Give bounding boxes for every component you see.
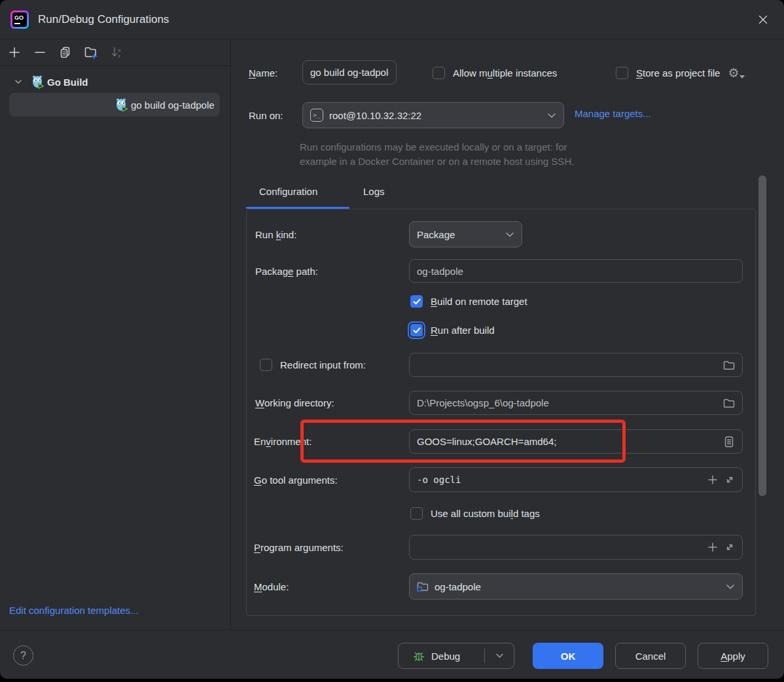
sort-alphabetically-icon[interactable]: a z [109, 45, 124, 60]
tree-item-go-build-og-tadpole[interactable]: go build og-tadpole [9, 93, 220, 117]
checkbox-box[interactable] [410, 295, 423, 308]
active-tab-underline [246, 207, 349, 209]
copy-configuration-icon[interactable] [58, 45, 73, 60]
debug-button-label: Debug [431, 651, 460, 662]
goland-logo-inner: GO [12, 12, 27, 27]
use-all-custom-build-tags-checkbox[interactable]: Use all custom build tags [410, 507, 540, 520]
run-debug-configurations-dialog: GO Run/Debug Configurations [0, 0, 784, 679]
folder-browse-icon[interactable] [723, 360, 735, 370]
checkbox-label: Build on remote target [431, 296, 527, 307]
run-kind-combobox[interactable]: Package [409, 221, 522, 247]
go-tool-arguments-value: -o ogcli [417, 475, 701, 485]
run-after-build-checkbox[interactable]: Run after build [410, 324, 495, 336]
debug-button-divider [484, 649, 485, 663]
chevron-down-icon[interactable] [495, 653, 504, 658]
module-icon [417, 581, 429, 592]
checkbox-box[interactable] [260, 359, 272, 371]
package-path-row: Package path: [255, 259, 318, 283]
checkbox-box[interactable] [433, 67, 445, 79]
folder-browse-icon[interactable] [723, 398, 735, 408]
new-folder-icon[interactable] [83, 45, 99, 60]
hint-line-2: example in a Docker Container or on a re… [300, 154, 574, 169]
go-tool-arguments-label: Go tool arguments: [254, 475, 338, 486]
working-directory-row: Working directory: [255, 391, 334, 415]
go-tool-arguments-field[interactable]: -o ogcli [409, 467, 743, 492]
chevron-down-icon[interactable] [14, 79, 22, 84]
help-button[interactable]: ? [13, 645, 33, 666]
remove-configuration-icon[interactable] [32, 45, 48, 60]
program-arguments-field[interactable] [409, 535, 743, 560]
checkbox-label: Use all custom build tags [431, 508, 540, 519]
working-directory-value: D:\Projects\ogsp_6\og-tadpole [417, 397, 717, 408]
program-arguments-label: Program arguments: [254, 542, 344, 553]
run-on-row: Run on: [249, 102, 283, 128]
tab-configuration[interactable]: Configuration [259, 186, 317, 197]
checkbox-label: Store as project file [636, 67, 720, 79]
sidebar-divider [230, 39, 231, 630]
cancel-button[interactable]: Cancel [615, 643, 686, 669]
bug-icon [413, 651, 425, 662]
apply-button[interactable]: Apply [698, 643, 768, 669]
checkbox-label: Allow multiple instances [453, 67, 557, 79]
chevron-down-icon[interactable] [505, 232, 514, 238]
run-kind-label: Run kind: [255, 229, 296, 240]
working-directory-label: Working directory: [255, 397, 334, 408]
edit-configuration-templates-link[interactable]: Edit configuration templates... [9, 605, 139, 616]
gear-icon[interactable]: ⚙ [728, 67, 745, 79]
ssh-terminal-icon: >_ [310, 109, 323, 122]
name-input[interactable] [302, 60, 397, 84]
package-path-value: og-tadpole [417, 266, 735, 277]
program-arguments-row: Program arguments: [254, 535, 344, 560]
checkbox-box[interactable] [616, 67, 628, 79]
expand-editor-icon[interactable] [724, 475, 735, 485]
checkbox-label: Redirect input from: [280, 359, 366, 370]
browse-variables-icon[interactable] [723, 436, 735, 448]
chevron-down-icon[interactable] [726, 584, 735, 590]
add-argument-icon[interactable] [707, 542, 718, 552]
name-row: Name: [249, 60, 277, 85]
module-value: og-tadpole [435, 581, 719, 592]
package-path-label: Package path: [255, 266, 318, 277]
vertical-scrollbar[interactable] [758, 175, 766, 496]
title-bar: GO Run/Debug Configurations [0, 0, 784, 39]
go-gopher-icon [115, 98, 128, 112]
module-label: Module: [254, 581, 289, 592]
run-kind-value: Package [417, 229, 499, 240]
run-on-hint: Run configurations may be executed local… [300, 140, 574, 169]
redirect-input-field[interactable] [409, 353, 743, 377]
run-on-combobox[interactable]: >_ root@10.10.32.32:22 [302, 102, 564, 128]
working-directory-field[interactable]: D:\Projects\ogsp_6\og-tadpole [409, 391, 743, 415]
svg-text:z: z [118, 53, 120, 59]
manage-targets-link[interactable]: Manage targets... [575, 108, 651, 119]
ok-button[interactable]: OK [533, 643, 603, 669]
add-configuration-icon[interactable] [7, 45, 22, 60]
module-combobox[interactable]: og-tadpole [409, 573, 743, 600]
allow-multiple-instances-checkbox[interactable]: Allow multiple instances [433, 60, 557, 85]
goland-logo-icon: GO [10, 10, 29, 29]
build-on-remote-target-checkbox[interactable]: Build on remote target [410, 295, 527, 308]
run-on-label: Run on: [249, 110, 283, 121]
debug-button[interactable]: Debug [398, 643, 514, 669]
tree-group-go-build[interactable]: Go Build [0, 72, 230, 92]
dialog-title: Run/Debug Configurations [38, 13, 169, 26]
redirect-input-checkbox[interactable]: Redirect input from: [260, 359, 366, 371]
annotation-red-box [300, 420, 626, 463]
footer-divider [0, 630, 784, 630]
store-as-project-file-checkbox[interactable]: Store as project file ⚙ [616, 60, 745, 85]
run-kind-row: Run kind: [255, 221, 296, 247]
toolbar-divider [0, 65, 230, 66]
svg-text:a: a [118, 47, 121, 53]
checkbox-box[interactable] [410, 324, 423, 336]
tab-logs[interactable]: Logs [363, 186, 385, 197]
checkbox-box[interactable] [410, 507, 423, 520]
hint-line-1: Run configurations may be executed local… [300, 140, 574, 154]
run-on-value: root@10.10.32.32:22 [329, 110, 541, 121]
expand-editor-icon[interactable] [724, 542, 735, 552]
add-argument-icon[interactable] [707, 475, 718, 485]
package-path-input[interactable]: og-tadpole [409, 259, 743, 283]
checkbox-label: Run after build [431, 325, 495, 336]
close-icon[interactable] [750, 7, 776, 33]
name-label: Name: [249, 67, 277, 79]
chevron-down-icon[interactable] [547, 113, 556, 118]
go-tool-arguments-row: Go tool arguments: [254, 467, 338, 492]
